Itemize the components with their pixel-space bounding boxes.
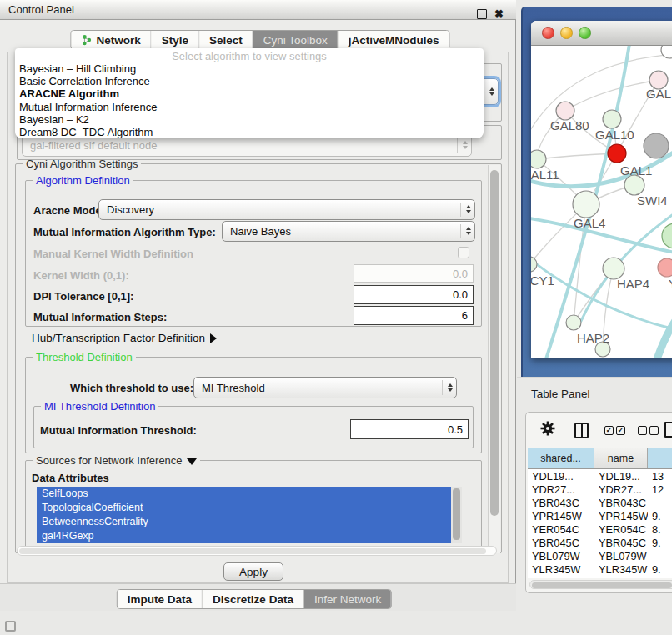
table-row[interactable]: YBR045CYBR045C9. [528,536,672,549]
data-attribute-item[interactable]: TopologicalCoefficient [37,501,462,515]
table-column-header[interactable]: name [594,448,648,468]
table-row[interactable]: YBR043CYBR043C [528,496,672,509]
sources-title[interactable]: Sources for Network Inference [33,454,200,467]
table-hscrollbar-thumb[interactable] [532,582,672,588]
network-node-label: GAL11 [531,168,559,182]
mi-type-combo[interactable]: Naive Bayes [222,221,475,242]
network-node-gal80[interactable] [556,102,574,120]
algorithm-option[interactable]: Basic Correlation Inference [15,75,484,88]
algorithm-option[interactable]: Bayesian – K2 [15,113,484,126]
network-node-label: GCY1 [531,273,554,288]
table-hscrollbar[interactable] [529,580,672,589]
close-traffic-icon[interactable] [542,27,554,39]
which-threshold-combo[interactable]: MI Threshold [193,377,457,398]
algorithm-dropdown[interactable]: Select algorithm to view settings Bayesi… [15,48,484,138]
close-icon[interactable]: ✖ [494,10,504,18]
algorithm-definition-title: Algorithm Definition [33,174,133,187]
table-column-header[interactable] [648,448,672,468]
network-node-label: Y [669,277,672,291]
table-row[interactable]: YDR27...YDR27...12 [528,482,672,496]
combo-spinner-icon [457,138,468,153]
app-root: Control Panel ✖ NetworkStyleSelectCyni T… [0,0,672,635]
network-node-label: HAP4 [617,277,649,291]
network-node-swi4[interactable] [624,175,644,195]
bottom-tab-discretize-data[interactable]: Discretize Data [203,590,304,608]
table-row[interactable]: YBL079WYBL079W [528,549,672,562]
network-node-y[interactable] [658,258,672,277]
algorithm-option[interactable]: Dream8 DC_TDC Algorithm [15,126,484,138]
data-attributes-list[interactable]: SelfLoopsTopologicalCoefficientBetweenne… [37,487,462,543]
table-cell: 9. [648,510,672,522]
apply-button[interactable]: Apply [223,562,283,581]
algorithm-placeholder: Select algorithm to view settings [15,50,484,62]
network-canvas[interactable]: GALGAL80GAL10GAL1GAL11SWI4GAL4GCY1HAP4YH… [531,46,672,358]
network-node-gal1[interactable] [608,144,626,162]
algorithm-option[interactable]: ARACNE Algorithm [15,88,484,100]
mi-steps-input[interactable]: 6 [354,306,474,325]
network-node-label: GAL1 [620,163,652,178]
network-node-gcy1[interactable] [531,257,537,272]
bottom-tab-impute-data[interactable]: Impute Data [118,590,203,608]
hub-definition-expander[interactable]: Hub/Transcription Factor Definition [32,332,217,344]
minimized-panel-icon[interactable] [5,621,16,632]
table-row[interactable]: YPR145WYPR145W9. [528,509,672,522]
list-scrollbar-thumb[interactable] [453,488,460,540]
table-cell: YER054C [594,523,648,536]
network-node-gal11[interactable] [531,150,546,168]
network-node-label: GAL10 [595,128,634,142]
mi-threshold-label: Mutual Information Threshold: [40,424,197,437]
table-cell: YIL052C [528,577,594,579]
settings-hscrollbar[interactable] [17,546,497,556]
dpi-tolerance-input[interactable]: 0.0 [354,285,474,304]
list-scrollbar[interactable] [451,487,462,543]
table-column-header[interactable]: shared... [528,448,594,468]
network-node-gal10[interactable] [603,110,621,128]
gear-icon[interactable] [539,420,556,440]
tab-select[interactable]: Select [199,31,253,49]
manual-kernel-checkbox[interactable] [458,247,469,258]
kernel-width-input[interactable]: 0.0 [354,264,474,282]
bottom-tab-infer-network[interactable]: Infer Network [304,590,391,608]
settings-hscrollbar-thumb[interactable] [19,548,486,554]
data-attribute-item[interactable]: BetweennessCentrality [37,515,462,529]
network-node[interactable] [644,133,669,158]
table-cell: YBR043C [594,497,648,509]
data-attribute-item[interactable]: SelfLoops [37,487,462,501]
aracne-mode-combo[interactable]: Discovery [98,199,475,220]
network-node[interactable] [661,46,672,58]
select-all-columns-icon[interactable]: ✓✓ [604,426,625,435]
table-row[interactable]: YIL052CYIL052C9 [528,576,672,578]
zoom-traffic-icon[interactable] [579,27,591,39]
table-cell: YPR145W [594,510,648,522]
float-window-icon[interactable] [477,9,487,19]
table-cell: YBR043C [528,497,594,509]
which-threshold-value: MI Threshold [202,382,265,394]
data-attribute-item[interactable]: gal4RGexp [37,529,462,543]
settings-scrollbar-thumb[interactable] [490,170,499,516]
network-node-label: GAL80 [550,118,589,132]
dpi-tolerance-label: DPI Tolerance [0,1]: [33,290,133,302]
tab-jactivemnodules[interactable]: jActiveMNodules [339,31,449,49]
table-panel-titlebar: Table Panel [517,377,672,410]
network-node[interactable] [662,223,672,248]
settings-scrollbar[interactable] [488,165,500,553]
tab-style[interactable]: Style [152,31,199,49]
table-row[interactable]: YDL19...YDL19...13 [528,469,672,482]
tab-cyni-toolbox[interactable]: Cyni Toolbox [253,31,339,49]
network-node-gal4[interactable] [573,191,599,218]
table-row[interactable]: YLR345WYLR345W9. [528,562,672,576]
deselect-all-columns-icon[interactable] [638,426,659,435]
export-table-icon[interactable] [664,422,672,438]
mi-threshold-input[interactable]: 0.5 [350,419,469,439]
table-row[interactable]: YER054CYER054C8. [528,522,672,536]
network-graph: GALGAL80GAL10GAL1GAL11SWI4GAL4GCY1HAP4YH… [531,46,672,358]
node-table[interactable]: shared...name YDL19...YDL19...13YDR27...… [528,448,672,578]
table-cell: YDL19... [528,470,594,482]
minimize-traffic-icon[interactable] [560,27,573,39]
algorithm-option[interactable]: Mutual Information Inference [15,101,484,113]
table-cell: 12 [648,483,672,496]
network-node-hap2[interactable] [566,315,581,330]
algorithm-option[interactable]: Bayesian – Hill Climbing [15,62,484,75]
tab-network[interactable]: Network [71,31,151,49]
columns-icon[interactable] [574,422,589,438]
